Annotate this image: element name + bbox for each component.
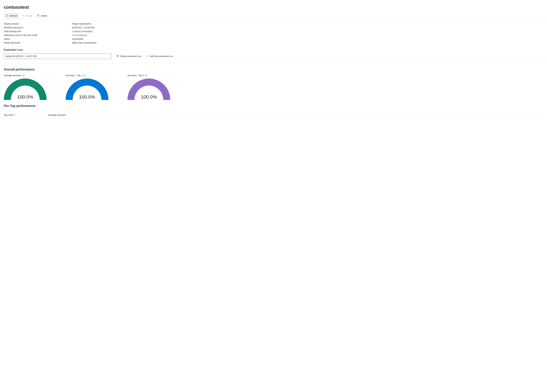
detail-label-finished-training: Finished training on [4,26,72,29]
column-label: Average precision [48,114,66,116]
gauge-value: 100.0% [66,94,109,100]
page-title: contosotest [4,5,543,10]
gauge-average-precision: Average precision 100.0% [4,74,47,100]
detail-value-finished-training: 6/16/2022, 1:34:58 PM [72,26,543,29]
gauge-accuracy-top5: Accuracy - Top 5 100.0% [128,74,170,100]
column-tag-name[interactable]: Tag name [4,114,16,116]
gauge-chart: 100.0% [128,79,170,100]
detail-value-model-task: Multi-Class Classification [72,41,543,44]
gauge-chart: 100.0% [66,79,109,100]
overall-performance-heading: Overall performance [4,68,543,71]
cancel-label: Cancel [26,14,33,17]
evaluation-runs-row: default (6/16/2022, 1:34:25 PM) Delete e… [4,53,543,59]
info-icon[interactable] [22,74,25,77]
gauges-row: Average precision 100.0% Accuracy - Top … [4,74,543,100]
refresh-label: Refresh [9,14,17,17]
delete-icon [116,55,119,58]
cancel-button: Cancel [20,13,34,19]
delete-button[interactable]: Delete [35,13,49,19]
toolbar: Refresh Cancel Delete [0,13,547,19]
gauge-title: Average precision [4,74,47,77]
detail-value-target-scenario: Image classification [72,22,543,25]
detail-label-model-task: Model task kinds [4,41,72,44]
delete-evaluation-run-label: Delete evaluation run [120,55,141,58]
detail-value-total-time: 1 hour(s) 8 minute(s) [72,30,543,33]
evaluation-runs-heading: Evaluation runs [4,48,543,51]
info-icon[interactable] [145,74,147,77]
details-grid: Target scenario Image classification Fin… [4,22,543,44]
refresh-button[interactable]: Refresh [4,13,19,19]
detail-value-datasets-link[interactable]: contosodataset [72,34,543,36]
gauge-value: 100.0% [128,94,170,100]
delete-icon [37,14,40,17]
gauge-value: 100.0% [4,94,47,100]
info-icon[interactable] [83,74,85,77]
gauge-title: Accuracy - Top 1 [66,74,109,77]
evaluation-run-selected: default (6/16/2022, 1:34:25 PM) [6,55,37,58]
gauge-accuracy-top1: Accuracy - Top 1 100.0% [66,74,109,100]
gauge-label: Average precision [4,74,21,77]
gauge-label: Accuracy - Top 1 [66,74,82,77]
plus-icon [146,55,148,58]
evaluation-run-select[interactable]: default (6/16/2022, 1:34:25 PM) [4,53,112,59]
sort-ascending-icon [14,114,16,116]
delete-label: Delete [41,14,47,17]
per-tag-performance-heading: Per-Tag performance [4,104,543,108]
delete-evaluation-run-button[interactable]: Delete evaluation run [116,55,141,58]
refresh-icon [6,14,8,17]
divider [0,63,547,64]
detail-value-status: Succeeded [72,38,543,40]
gauge-label: Accuracy - Top 5 [128,74,144,77]
chevron-down-icon [108,55,110,58]
add-evaluation-run-button[interactable]: Add new evaluation run [146,55,173,58]
cancel-icon [22,14,24,17]
detail-label-total-time: Total training time [4,30,72,33]
detail-label-target-scenario: Target scenario [4,22,72,25]
add-evaluation-run-label: Add new evaluation run [150,55,173,58]
per-tag-table-header: Tag name Average precision [4,111,543,119]
column-label: Tag name [4,114,14,116]
column-average-precision[interactable]: Average precision [48,114,66,116]
detail-label-status: Status [4,38,72,40]
gauge-title: Accuracy - Top 5 [128,74,170,77]
gauge-chart: 100.0% [4,79,47,100]
detail-label-datasets: Dataset(s) used to train the model [4,34,72,36]
